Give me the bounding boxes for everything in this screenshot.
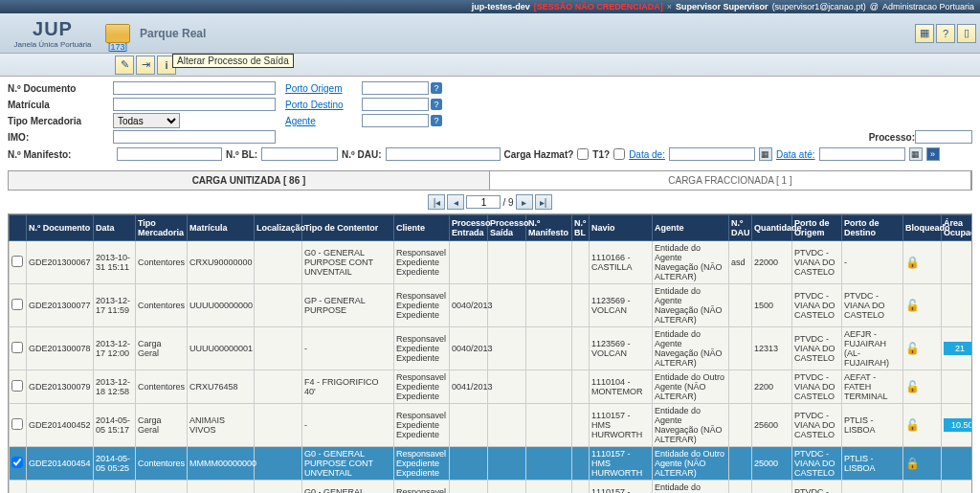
area-badge: 21 — [944, 342, 972, 355]
column-header[interactable]: Data — [94, 215, 136, 241]
input-data-de[interactable] — [669, 147, 755, 161]
row-checkbox[interactable] — [11, 299, 23, 310]
column-header[interactable]: Localização — [255, 215, 302, 241]
column-header[interactable]: Área Ocupada — [942, 215, 973, 241]
first-page-button[interactable]: |◂ — [428, 194, 445, 210]
input-n-bl[interactable] — [261, 147, 338, 161]
table-row[interactable]: GDE2013000792013-12-18 12:58ContentoresC… — [10, 370, 973, 404]
table-row[interactable]: GDE2014004552014-05-05 15:24ContentoresC… — [10, 481, 973, 494]
column-header[interactable]: Porto de Origem — [792, 215, 842, 241]
help-icon[interactable]: ? — [431, 99, 442, 110]
input-agente[interactable] — [362, 114, 429, 127]
help-button[interactable]: ? — [936, 24, 955, 43]
column-header[interactable]: N.º DAU — [729, 215, 752, 241]
input-data-ate[interactable] — [819, 147, 905, 161]
row-checkbox[interactable] — [11, 380, 23, 392]
link-porto-origem[interactable]: Porto Origem — [285, 83, 362, 94]
table-row[interactable]: GDE2013000782013-12-17 12:00Carga GeralU… — [10, 327, 973, 370]
app-header: JUP Janela Única Portuária [173] Parque … — [0, 13, 980, 54]
column-header[interactable]: N.º Documento — [27, 215, 94, 241]
column-header[interactable]: Quantidade — [752, 215, 792, 241]
input-imo[interactable] — [113, 130, 276, 144]
page-title: Parque Real — [140, 27, 915, 40]
logo: JUP Janela Única Portuária — [0, 18, 105, 49]
label-imo: IMO: — [8, 132, 113, 143]
column-header[interactable]: Bloqueado — [903, 215, 942, 241]
table-row[interactable]: GDE2014004522014-05-05 15:17Carga GeralA… — [10, 404, 973, 447]
lock-icon: 🔒 — [905, 457, 920, 470]
input-n-documento[interactable] — [113, 81, 276, 95]
select-tipo-mercadoria[interactable]: Todas — [113, 113, 180, 128]
calendar-icon[interactable]: ▦ — [909, 147, 923, 161]
column-header[interactable]: Tipo de Contentor — [302, 215, 394, 241]
input-processo[interactable] — [915, 130, 972, 144]
filter-panel: N.º Documento Porto Origem ? Matrícula P… — [0, 77, 980, 167]
row-checkbox[interactable] — [11, 342, 23, 353]
input-porto-origem[interactable] — [362, 81, 429, 95]
lock-icon: 🔓 — [905, 418, 920, 432]
secondary-toolbar: ✎ ⇥ i — [0, 54, 980, 77]
row-checkbox[interactable] — [11, 457, 23, 468]
column-header[interactable]: Porto de Destino — [842, 215, 903, 241]
column-header[interactable]: N.º Manifesto — [526, 215, 572, 241]
table-row[interactable]: GDE2014004542014-05-05 05:25ContentoresM… — [10, 447, 973, 481]
table-row[interactable]: GDE2013000672013-10-31 15:11ContentoresC… — [10, 241, 973, 284]
column-header[interactable]: Navio — [590, 215, 653, 241]
checkbox-t1[interactable] — [613, 148, 625, 160]
column-header[interactable] — [10, 215, 27, 241]
table-header-row: N.º DocumentoDataTipo MercadoriaMatrícul… — [10, 215, 973, 241]
label-carga-hazmat: Carga Hazmat? — [504, 149, 574, 160]
link-porto-destino[interactable]: Porto Destino — [285, 100, 362, 110]
export-excel-button[interactable]: ▦ — [915, 24, 934, 43]
column-header[interactable]: Cliente — [394, 215, 450, 241]
session-status: [SESSÃO NÃO CREDENCIADA] — [534, 2, 663, 11]
last-page-button[interactable]: ▸| — [535, 194, 552, 210]
exit-process-button[interactable]: ⇥ — [136, 56, 155, 75]
help-icon[interactable]: ? — [431, 82, 442, 94]
page-input[interactable] — [466, 195, 501, 209]
link-agente[interactable]: Agente — [285, 116, 362, 126]
label-tipo-mercadoria: Tipo Mercadoria — [8, 116, 113, 126]
page-total: / 9 — [502, 197, 513, 208]
column-header[interactable]: Processo Saída — [488, 215, 526, 241]
messages-count[interactable]: [173] — [106, 42, 129, 52]
prev-page-button[interactable]: ◂ — [447, 194, 464, 210]
tab-bar: CARGA UNITIZADA [ 86 ] CARGA FRACCIONADA… — [8, 170, 972, 190]
lock-icon: 🔓 — [905, 342, 920, 355]
calendar-icon[interactable]: ▦ — [759, 147, 772, 161]
link-data-ate[interactable]: Data até: — [776, 149, 815, 160]
help-icon[interactable]: ? — [431, 115, 442, 126]
table-row[interactable]: GDE2013000772013-12-17 11:59ContentoresU… — [10, 284, 973, 327]
data-grid: N.º DocumentoDataTipo MercadoriaMatrícul… — [8, 213, 972, 493]
tooltip: Alterar Processo de Saída — [172, 54, 294, 68]
edit-button[interactable]: ✎ — [115, 56, 134, 75]
label-n-documento: N.º Documento — [8, 83, 113, 94]
row-checkbox[interactable] — [11, 418, 23, 430]
column-header[interactable]: Matrícula — [188, 215, 255, 241]
search-button[interactable]: » — [926, 147, 940, 161]
checkbox-carga-hazmat[interactable] — [577, 148, 589, 160]
input-porto-destino[interactable] — [362, 98, 429, 111]
tab-carga-fraccionada[interactable]: CARGA FRACCIONADA [ 1 ] — [490, 171, 971, 190]
label-n-dau: N.º DAU: — [342, 149, 381, 160]
area-badge: 10.50 — [944, 418, 972, 432]
env-label: jup-testes-dev — [472, 2, 530, 11]
column-header[interactable]: N.º BL — [572, 215, 590, 241]
messages-icon[interactable]: [173] — [105, 24, 130, 43]
user-email: (supervisor1@jcanao.pt) — [772, 2, 866, 11]
user-role: Supervisor Supervisor — [676, 2, 768, 11]
column-header[interactable]: Tipo Mercadoria — [136, 215, 188, 241]
tab-carga-unitizada[interactable]: CARGA UNITIZADA [ 86 ] — [9, 171, 490, 190]
column-header[interactable]: Agente — [653, 215, 729, 241]
lock-icon: 🔒 — [905, 256, 920, 269]
input-n-manifesto[interactable] — [117, 147, 222, 161]
next-page-button[interactable]: ▸ — [516, 194, 533, 210]
input-matricula[interactable] — [113, 98, 276, 111]
row-checkbox[interactable] — [11, 256, 23, 267]
notes-button[interactable]: ▯ — [957, 24, 976, 43]
column-header[interactable]: Processo Entrada — [450, 215, 488, 241]
label-n-bl: N.º BL: — [226, 149, 257, 160]
input-n-dau[interactable] — [386, 147, 501, 161]
label-t1: T1? — [592, 149, 610, 160]
link-data-de[interactable]: Data de: — [629, 149, 665, 160]
